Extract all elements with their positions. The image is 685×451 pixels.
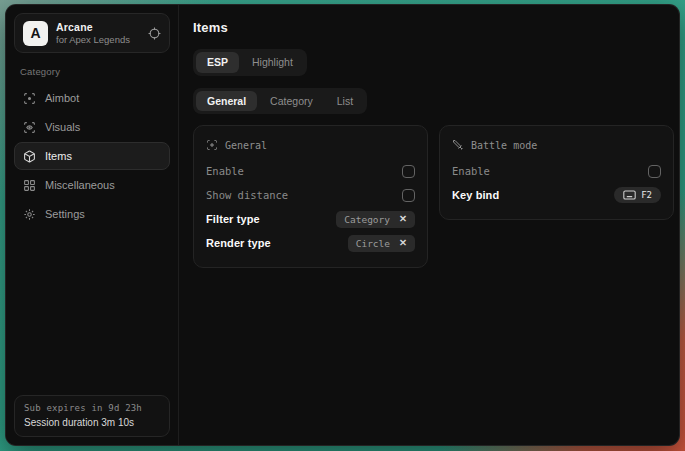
render-type-label: Render type	[206, 237, 271, 249]
sub-expires-text: Sub expires in 9d 23h	[24, 403, 160, 413]
sidebar-item-miscellaneous[interactable]: Miscellaneous	[14, 171, 170, 199]
filter-type-label: Filter type	[206, 213, 260, 225]
clear-icon[interactable]: ✕	[399, 214, 407, 224]
sidebar-nav: Aimbot Visuals Items	[14, 84, 170, 228]
battle-enable-label: Enable	[452, 165, 490, 177]
render-type-value: Circle	[356, 238, 390, 249]
battle-mode-panel: Battle mode Enable Key bind	[439, 125, 674, 220]
subscription-card: Sub expires in 9d 23h Session duration 3…	[14, 395, 170, 437]
key-bind-value: F2	[641, 190, 652, 200]
sidebar-item-label: Settings	[45, 208, 85, 220]
filter-type-value: Category	[344, 214, 390, 225]
general-panel: General Enable Show distance Filter type…	[193, 125, 428, 268]
battle-enable-checkbox[interactable]	[648, 165, 661, 178]
show-distance-label: Show distance	[206, 189, 288, 201]
page-title: Items	[193, 20, 674, 35]
clear-icon[interactable]: ✕	[399, 238, 407, 248]
crosshair-icon[interactable]	[148, 27, 161, 40]
panels-row: General Enable Show distance Filter type…	[193, 125, 674, 268]
sidebar-item-items[interactable]: Items	[14, 142, 170, 170]
reticle-icon	[206, 139, 218, 151]
render-type-row: Render type Circle ✕	[206, 231, 415, 255]
package-icon	[23, 150, 36, 163]
battle-enable-row: Enable	[452, 159, 661, 183]
tab-general[interactable]: General	[196, 91, 257, 112]
sidebar-item-label: Aimbot	[45, 92, 79, 104]
enable-label: Enable	[206, 165, 244, 177]
sidebar-item-label: Visuals	[45, 121, 80, 133]
mode-tabs: ESP Highlight	[193, 49, 307, 76]
app-profile-card: A Arcane for Apex Legends	[14, 13, 170, 53]
sidebar-item-aimbot[interactable]: Aimbot	[14, 84, 170, 112]
key-bind-button[interactable]: F2	[614, 187, 661, 203]
view-tabs: General Category List	[193, 88, 367, 115]
grid-icon	[23, 179, 36, 192]
sidebar: A Arcane for Apex Legends Category Aimbo…	[6, 5, 179, 445]
panel-title: General	[225, 140, 267, 151]
app-meta: Arcane for Apex Legends	[56, 21, 140, 45]
sidebar-item-visuals[interactable]: Visuals	[14, 113, 170, 141]
app-window: A Arcane for Apex Legends Category Aimbo…	[5, 4, 680, 446]
filter-type-row: Filter type Category ✕	[206, 207, 415, 231]
tab-list[interactable]: List	[326, 91, 364, 112]
key-bind-label: Key bind	[452, 189, 499, 201]
render-type-select[interactable]: Circle ✕	[348, 235, 415, 252]
sidebar-item-label: Miscellaneous	[45, 179, 115, 191]
sidebar-category-label: Category	[20, 66, 164, 77]
panel-title: Battle mode	[471, 140, 537, 151]
sword-icon	[452, 139, 464, 151]
tab-highlight[interactable]: Highlight	[241, 52, 304, 73]
app-subtitle: for Apex Legends	[56, 34, 140, 45]
session-duration-text: Session duration 3m 10s	[24, 417, 160, 428]
aimbot-crosshair-icon	[23, 92, 36, 105]
general-panel-header: General	[206, 135, 415, 155]
show-distance-checkbox[interactable]	[402, 189, 415, 202]
tab-esp[interactable]: ESP	[196, 52, 239, 73]
key-bind-row: Key bind F2	[452, 183, 661, 207]
filter-type-select[interactable]: Category ✕	[336, 211, 415, 228]
enable-row: Enable	[206, 159, 415, 183]
sidebar-item-settings[interactable]: Settings	[14, 200, 170, 228]
show-distance-row: Show distance	[206, 183, 415, 207]
sidebar-item-label: Items	[45, 150, 72, 162]
keyboard-icon	[623, 190, 636, 200]
main-content: Items ESP Highlight General Category Lis…	[179, 5, 680, 445]
battle-mode-panel-header: Battle mode	[452, 135, 661, 155]
tab-category[interactable]: Category	[259, 91, 324, 112]
app-name: Arcane	[56, 21, 140, 33]
gear-icon	[23, 208, 36, 221]
enable-checkbox[interactable]	[402, 165, 415, 178]
eye-icon	[23, 121, 36, 134]
app-logo: A	[23, 21, 48, 46]
